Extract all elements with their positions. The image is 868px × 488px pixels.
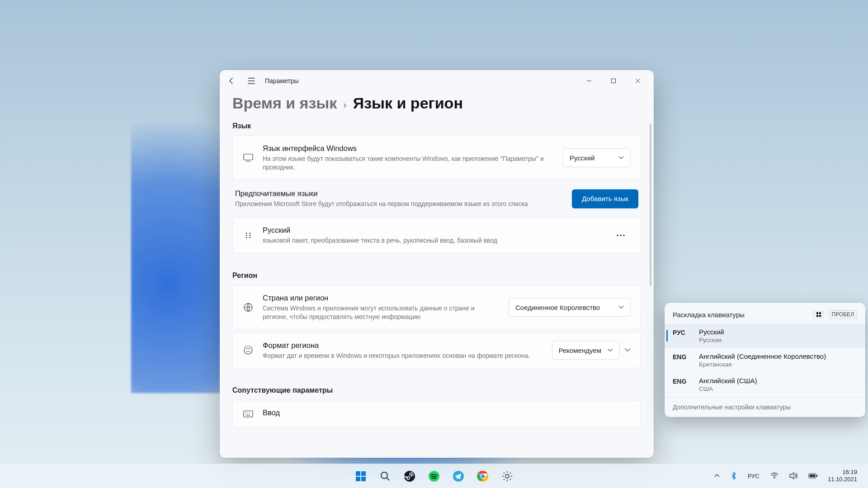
country-desc: Система Windows и приложения могут испол… [263,304,500,321]
tray-volume-icon[interactable] [786,468,801,484]
close-button[interactable] [626,73,650,89]
lang-code: ENG [673,352,692,361]
tray-bluetooth-icon[interactable] [727,468,740,484]
svg-point-8 [617,235,618,236]
card-country-region: Страна или регион Система Windows и прил… [232,285,641,330]
section-title-related: Сопутствующие параметры [232,386,641,394]
svg-rect-17 [819,315,821,317]
chevron-down-icon [608,348,613,352]
svg-point-6 [250,235,250,236]
svg-point-10 [623,235,624,236]
card-preferred-languages: Предпочитаемые языки Приложения Microsof… [232,183,641,215]
titlebar: Параметры [220,70,654,92]
section-title-region: Регион [232,272,641,280]
add-language-button[interactable]: Добавить язык [572,189,638,208]
preferred-languages-title: Предпочитаемые языки [235,189,563,198]
minimize-button[interactable] [577,73,601,89]
lang-popup-footer-link[interactable]: Дополнительные настройки клавиатуры [665,397,865,417]
taskbar-app-steam[interactable] [400,466,420,486]
format-value: Рекомендуем [559,347,601,354]
chevron-down-icon [618,156,624,160]
taskbar: РУС 16:19 11.10.2021 [0,464,868,488]
language-item-desc: языковой пакет, преобразование текста в … [263,236,602,245]
svg-rect-19 [361,471,366,476]
preferred-languages-desc: Приложения Microsoft Store будут отображ… [235,200,563,208]
tray-wifi-icon[interactable] [767,468,782,484]
desktop: Параметры Время и язык › Язык и регион Я… [0,0,868,488]
lang-popup-item[interactable]: РУС Русский Русская [665,324,865,348]
language-item-name: Русский [263,226,602,235]
svg-rect-13 [244,411,253,417]
taskbar-app-telegram[interactable] [448,466,468,486]
taskbar-app-chrome[interactable] [473,466,493,486]
svg-point-5 [250,233,250,234]
window-title: Параметры [265,77,299,84]
lang-sub: США [699,385,757,392]
format-dropdown[interactable]: Рекомендуем [552,341,620,360]
nav-menu-button[interactable] [243,73,259,89]
breadcrumb-current: Язык и регион [353,94,463,112]
settings-window: Параметры Время и язык › Язык и регион Я… [220,70,654,458]
expand-chevron-icon[interactable] [624,348,631,352]
svg-rect-15 [819,312,821,314]
card-display-language: Язык интерфейса Windows На этом языке бу… [232,136,641,180]
chevron-down-icon [618,305,624,309]
taskbar-app-settings[interactable] [497,466,517,486]
svg-point-33 [505,474,509,478]
lang-sub: Британская [699,361,826,368]
add-language-label: Добавить язык [582,195,628,202]
lang-popup-title: Раскладка клавиатуры [673,311,809,319]
card-typing[interactable]: Ввод [232,400,641,427]
typing-title: Ввод [263,408,631,417]
drag-handle-icon[interactable] [243,232,254,239]
lang-code: РУС [673,328,692,336]
svg-rect-37 [810,474,815,477]
svg-point-2 [246,233,247,234]
breadcrumb-separator-icon: › [343,99,346,111]
display-language-desc: На этом языке будут показываться такие к… [263,155,554,172]
language-item-more-button[interactable] [611,227,631,244]
lang-sub: Русская [699,337,724,343]
shortcut-space-key: ПРОБЕЛ [829,310,857,319]
svg-point-7 [250,237,250,238]
svg-point-23 [404,471,415,482]
settings-content: Время и язык › Язык и регион Язык Язык и… [220,92,654,430]
lang-popup-item[interactable]: ENG Английский (США) США [665,372,865,397]
tray-battery-icon[interactable] [805,468,821,484]
display-language-title: Язык интерфейса Windows [263,144,554,153]
svg-point-12 [244,346,252,354]
globe-icon [243,302,254,312]
country-title: Страна или регион [263,294,500,302]
lang-name: Русский [699,328,724,336]
start-button[interactable] [351,466,371,486]
taskbar-center [351,466,517,486]
language-item-row[interactable]: Русский языковой пакет, преобразование т… [232,217,641,253]
svg-point-9 [620,235,621,236]
svg-point-4 [246,237,247,238]
lang-code: ENG [673,377,692,385]
svg-point-22 [381,472,387,479]
svg-rect-18 [356,471,360,476]
country-dropdown[interactable]: Соединенное Королевство [509,298,631,317]
monitor-icon [243,154,254,162]
tray-clock[interactable]: 16:19 11.10.2021 [825,469,860,483]
taskbar-app-spotify[interactable] [424,466,444,486]
display-language-dropdown[interactable]: Русский [563,148,631,167]
svg-rect-14 [816,312,818,314]
lang-name: Английский (США) [699,377,757,385]
back-button[interactable] [223,73,240,89]
shortcut-win-icon [813,311,824,318]
language-switcher-popup: Раскладка клавиатуры ПРОБЕЛ РУС Русский … [665,303,865,417]
breadcrumb-parent[interactable]: Время и язык [232,94,337,112]
search-button[interactable] [375,466,395,486]
globe-format-icon [243,345,254,355]
scrollbar[interactable] [650,123,651,286]
card-region-format[interactable]: Формат региона Формат дат и времени в Wi… [232,332,641,368]
display-language-value: Русский [570,154,595,162]
tray-language-indicator[interactable]: РУС [745,468,763,484]
system-tray: РУС 16:19 11.10.2021 [708,464,863,488]
tray-overflow-button[interactable] [711,468,723,484]
svg-rect-20 [356,477,360,481]
lang-popup-item[interactable]: ENG Английский (Соединенное Королевство)… [665,348,865,372]
maximize-button[interactable] [601,73,626,89]
